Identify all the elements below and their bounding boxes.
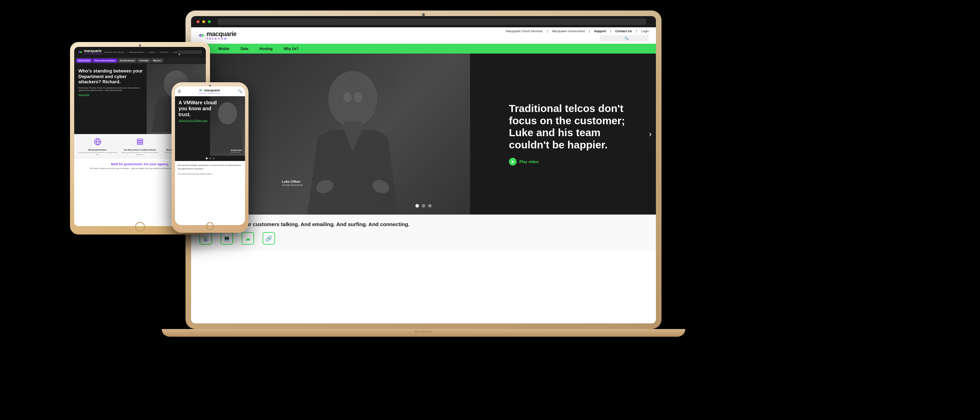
person-title: Group Executive	[282, 183, 303, 186]
phone-main-text: We are the Australian specialists in clo…	[178, 164, 242, 170]
feature-2-title: Our data centre is Canberra-based.	[120, 149, 160, 151]
datacenter-icon	[135, 138, 145, 147]
nav-mobile[interactable]: Mobile	[218, 47, 230, 51]
tablet-login-link[interactable]: Login	[173, 51, 177, 53]
laptop-camera	[422, 13, 425, 16]
cloud-services-link[interactable]: Macquarie Cloud Services	[506, 29, 542, 33]
laptop-screen: macquarie TELECOM Macquarie Cloud Servic…	[191, 16, 656, 323]
brand-name: macquarie	[207, 31, 237, 37]
feature-1-title: We get government.	[78, 149, 117, 151]
phone-screen: ☰ macquarie CLOUD SERVICES 🔍 A VMWare cl…	[175, 86, 245, 225]
play-icon: ▶	[509, 158, 517, 165]
hero-section: Luke Clifton Group Executive Traditional…	[191, 54, 656, 215]
service-icon-2: 💻	[221, 232, 233, 245]
svg-rect-3	[344, 122, 361, 136]
nav-why-us[interactable]: Why Us?	[284, 47, 299, 51]
carousel-next[interactable]: ›	[649, 129, 652, 139]
phone-brand-cloud: CLOUD SERVICES	[199, 92, 221, 94]
macquarie-logo-icon	[198, 32, 205, 39]
main-navigation: Voice Mobile Data Hosting Why Us?	[191, 44, 656, 54]
carousel-dot-2[interactable]	[422, 204, 425, 208]
service-icon-4: 🔗	[262, 232, 275, 245]
hero-text-area: Traditional telcos don't focus on the cu…	[509, 103, 642, 165]
tablet-navigation: Secure Cloud Secure Internet Gateway Sec…	[74, 57, 206, 64]
svg-rect-13	[137, 141, 143, 142]
phone-dot-2[interactable]	[209, 158, 211, 159]
phone-brand-name: macquarie	[204, 89, 220, 92]
phone-hero-link[interactable]: Get to know the VMWare cloud	[178, 119, 242, 121]
nav-data[interactable]: Data	[241, 47, 248, 51]
svg-rect-12	[137, 139, 143, 140]
tablet-contact-link[interactable]: Contact Us	[160, 51, 169, 53]
phone-home-button[interactable]	[206, 222, 214, 230]
phone-dot-3[interactable]	[213, 158, 215, 159]
tablet-feature-1: We get government. From Digital Transfor…	[78, 138, 117, 155]
tablet-brand-name: macquarie	[84, 49, 103, 53]
svg-point-9	[80, 51, 82, 53]
service-icon-3: ☁	[242, 232, 254, 245]
phone-header: ☰ macquarie CLOUD SERVICES 🔍	[175, 86, 245, 96]
nav-hosting[interactable]: Hosting	[259, 47, 272, 51]
person-caption: Luke Clifton Group Executive	[282, 180, 303, 186]
svg-point-4	[344, 92, 352, 103]
carousel-dot-1[interactable]	[415, 204, 419, 208]
phone-person-caption: Andrew Avery Cloud Architect	[231, 149, 242, 153]
phone-logo-icon	[199, 88, 203, 92]
tablet-brand-gov: GOVERNMENT	[84, 53, 103, 55]
laptop-base	[162, 329, 685, 337]
tablet-nav-gateway[interactable]: Secure Internet Gateway	[92, 59, 117, 63]
tablet-search[interactable]: 🔍	[178, 50, 202, 54]
tablet-nav-why-us[interactable]: Why Us?	[151, 59, 163, 63]
hero-person-image	[297, 68, 409, 215]
tablet-nav-secure-cloud[interactable]: Secure Cloud	[76, 59, 92, 63]
search-bar[interactable]: 🔍	[600, 35, 649, 41]
services-section: Services that get our customers talking.…	[191, 215, 656, 251]
tablet-hero-heading: Who's standing between your Department a…	[78, 68, 146, 85]
tablet-feature-2: Our data centre is Canberra-based. Highl…	[120, 138, 160, 155]
government-link[interactable]: Macquarie Government	[552, 29, 585, 33]
phone-carousel-dots	[175, 156, 245, 161]
close-dot[interactable]	[197, 20, 199, 23]
browser-chrome	[191, 16, 656, 27]
svg-point-2	[328, 71, 377, 127]
tablet-nav-colocation[interactable]: Colocation	[137, 59, 151, 63]
url-bar[interactable]	[218, 19, 646, 25]
tablet-hero-subtext: Professional. Proactive. Proud. Our secu…	[78, 87, 146, 92]
support-link[interactable]: Support	[594, 29, 606, 33]
maximize-dot[interactable]	[208, 20, 211, 23]
carousel-indicators	[415, 204, 431, 208]
login-link[interactable]: Login	[641, 29, 649, 33]
laptop-header: macquarie TELECOM Macquarie Cloud Servic…	[191, 27, 656, 44]
tablet-header: macquarie GOVERNMENT Macquarie Cloud Ser…	[74, 47, 206, 57]
hero-quote: Traditional telcos don't focus on the cu…	[509, 103, 642, 151]
feature-2-desc: Highly secure. ASD certified. Our ICON c…	[120, 151, 160, 155]
phone-hero: A VMWare cloud you know and trust. Get t…	[175, 96, 245, 156]
phone-search-icon[interactable]: 🔍	[238, 89, 242, 93]
search-icon[interactable]: 🔍	[624, 37, 647, 40]
play-label: Play video	[519, 160, 538, 164]
svg-point-16	[201, 90, 203, 91]
phone-body: We are the Australian specialists in clo…	[175, 161, 245, 180]
svg-point-5	[354, 92, 362, 103]
svg-point-1	[201, 34, 204, 37]
tablet-cloud-link[interactable]: Macquarie Cloud Services	[104, 51, 124, 53]
phone-person-title: Cloud Architect	[231, 151, 240, 153]
tablet-home-button[interactable]	[135, 222, 145, 232]
service-icons-row: 📡 💻 ☁ 🔗	[199, 232, 648, 245]
tablet-logo-icon	[78, 50, 83, 55]
tablet-nav-security[interactable]: Security Services	[118, 59, 137, 63]
contact-us-link[interactable]: Contact Us	[615, 29, 632, 33]
play-video-button[interactable]: ▶ Play video	[509, 158, 642, 165]
top-navigation: Macquarie Cloud Services | Macquarie Gov…	[506, 29, 649, 33]
phone-hero-heading: A VMWare cloud you know and trust.	[178, 100, 220, 117]
tablet-top-links: Macquarie Cloud Services | Macquarie Tel…	[104, 51, 177, 53]
tablet-support-link[interactable]: Support	[149, 51, 155, 53]
phone-camera	[209, 85, 211, 86]
tablet-telecom-link[interactable]: Macquarie Telecom	[129, 51, 144, 53]
hamburger-icon[interactable]: ☰	[178, 89, 181, 93]
feature-1-desc: From Digital Transformation to Cloud Fir…	[78, 151, 117, 155]
phone-dot-1[interactable]	[206, 158, 208, 159]
carousel-dot-3[interactable]	[428, 204, 431, 208]
minimize-dot[interactable]	[202, 20, 205, 23]
phone-sub-text: We create flexible and fully-certified h…	[178, 173, 242, 175]
